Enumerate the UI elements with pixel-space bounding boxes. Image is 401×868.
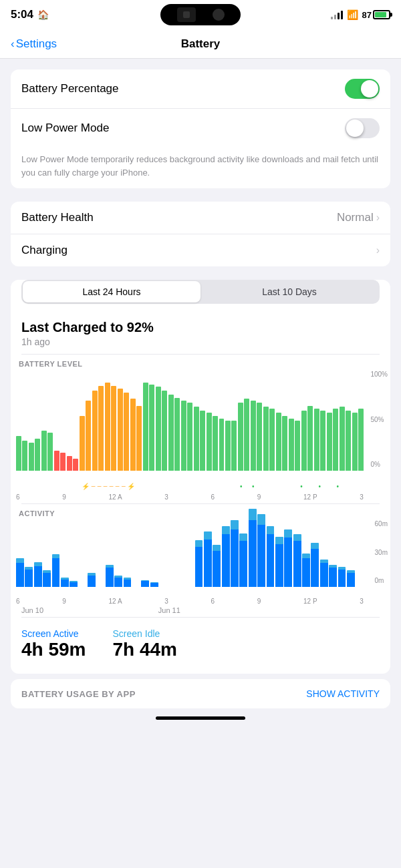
battery-bars-container: 100% 50% 0% [16,371,390,471]
activity-bar-bottom [88,576,96,587]
activity-bar-top [302,554,310,558]
battery-bar [187,403,192,471]
screen-idle-label: Screen Idle [113,628,178,639]
x-label-6: 6 [16,493,20,501]
battery-bar [207,413,212,471]
activity-bar-stack [257,514,265,587]
battery-bar [219,419,225,471]
activity-bar-top [213,545,221,551]
battery-x-labels: 6 9 12 A 3 6 9 12 P 3 [11,492,390,501]
activity-bar-stack [213,545,221,587]
battery-bar [238,403,243,471]
activity-bar-bottom [43,573,51,587]
ax-label-9: 9 [62,598,66,605]
low-power-description: Low Power Mode temporarily reduces backg… [11,148,390,188]
charging-indicator: ─ [115,483,120,489]
date-jun10: Jun 10 [21,606,90,614]
battery-bar [333,409,338,471]
battery-health-label: Battery Health [21,211,94,224]
battery-chart-area: 100% 50% 0% [11,371,390,477]
battery-bar [80,416,85,471]
date-gap1 [90,606,158,614]
activity-bar-bottom [204,539,212,587]
date-gap2 [227,606,295,614]
screen-active-value: 4h 59m [21,639,86,660]
signal-icon [331,11,343,19]
battery-bar [314,409,319,471]
battery-bar [295,421,300,471]
x-label-3b: 3 [360,493,364,501]
activity-bar-stack [311,543,319,587]
battery-percentage-toggle[interactable] [345,79,380,99]
activity-bar-stack [293,534,301,587]
show-activity-link[interactable]: SHOW ACTIVITY [306,688,380,699]
activity-bar-stack [34,562,42,587]
activity-bar-bottom [302,558,310,587]
low-power-mode-toggle[interactable] [345,118,380,138]
battery-bar [143,383,148,471]
activity-bar-bottom [70,582,78,587]
battery-bar [358,409,364,471]
activity-bar-stack [70,581,78,587]
battery-bar [105,383,110,471]
chart-section: Last 24 Hours Last 10 Days Last Charged … [11,280,390,674]
battery-bars [16,371,364,471]
battery-fill [375,12,386,17]
activity-bar-top [284,529,292,537]
ax-label-3b: 3 [360,598,364,605]
activity-bar-stack [239,533,247,587]
battery-bar [35,439,40,471]
activity-bar-bottom [124,580,132,587]
ax-label-12a: 12 A [109,598,122,605]
back-chevron-icon: ‹ [11,37,15,51]
activity-bar-bottom [16,563,24,587]
battery-bar [136,406,142,471]
screen-active-stat: Screen Active 4h 59m [21,628,86,660]
activity-bar-bottom [61,580,69,587]
battery-bar [29,443,34,471]
activity-y-60: 60m [375,520,388,527]
nav-bar: ‹ Settings Battery [0,29,401,59]
back-button[interactable]: ‹ Settings [11,37,57,51]
page-title: Battery [181,37,221,51]
time-segment-control[interactable]: Last 24 Hours Last 10 Days [21,280,380,304]
battery-bar [162,391,167,471]
charging-indicator: • [299,483,304,490]
charging-indicator: ─ [103,483,108,489]
tab-last-24-hours[interactable]: Last 24 Hours [23,281,200,302]
charging-indicators-row: ⚡──────⚡••••• [11,480,364,492]
battery-health-row[interactable]: Battery Health Normal › [11,202,390,234]
home-icon: 🏠 [37,9,49,20]
status-icons: 📶 87 [331,9,390,20]
battery-y-labels: 100% 50% 0% [370,371,388,471]
battery-bar [225,421,231,471]
activity-x-labels: 6 9 12 A 3 6 9 12 P 3 [11,596,390,605]
activity-y-30: 30m [375,549,388,556]
activity-bar-stack [88,573,96,587]
charge-info: Last Charged to 92% 1h ago [11,312,390,351]
activity-bar-bottom [267,534,275,587]
x-label-9b: 9 [257,493,261,501]
activity-bar-bottom [249,520,257,587]
divider-3 [21,617,380,618]
bottom-bar: BATTERY USAGE BY APP SHOW ACTIVITY [11,679,390,708]
activity-bar-bottom [231,529,239,587]
activity-bar-stack [204,531,212,587]
battery-usage-label: BATTERY USAGE BY APP [21,689,136,699]
tab-last-10-days[interactable]: Last 10 Days [200,281,378,302]
charging-row[interactable]: Charging › [11,234,390,266]
charging-indicator: ─ [97,483,102,489]
activity-bar-stack [195,540,203,587]
activity-bar-bottom [257,525,265,587]
activity-bar-stack [249,509,257,587]
battery-bar [352,413,358,471]
activity-bar-bottom [275,544,283,587]
battery-percentage-row: Battery Percentage [11,69,390,109]
battery-bar [200,411,205,471]
activity-bar-bottom [52,558,60,587]
low-power-mode-row: Low Power Mode [11,109,390,148]
battery-bar [251,401,256,471]
activity-bar-stack [114,576,122,587]
charging-indicator: ⚡ [127,483,135,490]
activity-bar-bottom [195,547,203,587]
